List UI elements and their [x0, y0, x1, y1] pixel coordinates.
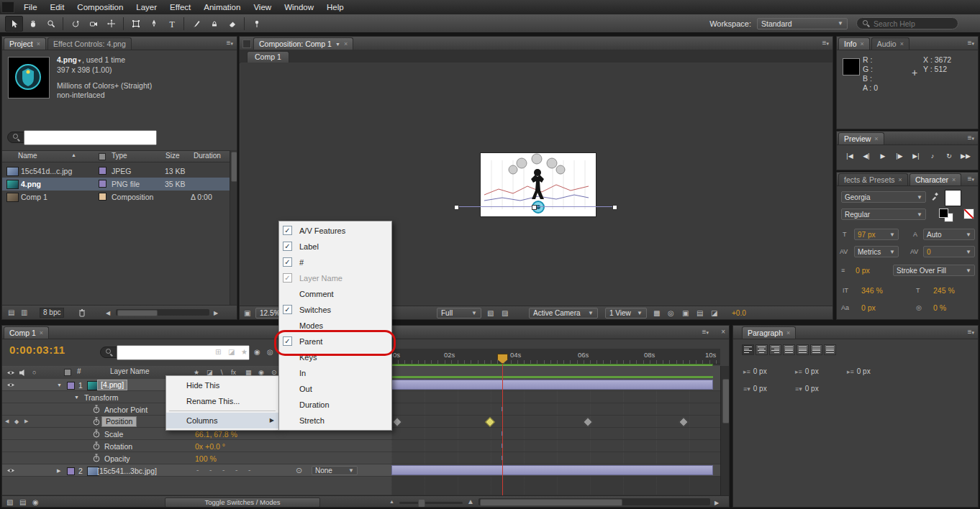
- current-time-indicator-line[interactable]: [502, 364, 503, 495]
- menu-layer[interactable]: Layer: [130, 0, 163, 14]
- property-value[interactable]: 66.1, 67.8 %: [195, 430, 237, 439]
- property-row[interactable]: Rotation0x +0.0 °: [2, 440, 391, 452]
- reset-exposure-icon[interactable]: ◪: [711, 309, 717, 318]
- eyedropper-icon[interactable]: [931, 192, 939, 201]
- expand-arrow-icon[interactable]: ▶: [57, 468, 60, 474]
- stroke-color-swatch[interactable]: [939, 208, 948, 218]
- menu-view[interactable]: View: [247, 0, 278, 14]
- project-panel-icon[interactable]: ▤: [8, 308, 14, 317]
- property-track[interactable]: [391, 403, 720, 416]
- clone-stamp-tool[interactable]: [206, 17, 222, 31]
- camera-dropdown[interactable]: Active Camera▼: [529, 308, 598, 318]
- menu-window[interactable]: Window: [278, 0, 320, 14]
- zoom-in-mountain-icon[interactable]: ▲: [467, 497, 474, 505]
- property-track[interactable]: [391, 452, 720, 464]
- vertical-scale-value[interactable]: 346 %: [861, 286, 883, 295]
- font-size-dropdown[interactable]: 97 px▼: [854, 229, 899, 240]
- space-before-value[interactable]: 0 px: [753, 385, 767, 393]
- project-table-header[interactable]: Name ▲ Type Size Duration: [2, 150, 230, 162]
- property-row[interactable]: Opacity100 %: [2, 452, 391, 464]
- indent-first-line-field[interactable]: ▸≡0 px: [795, 367, 819, 375]
- indent-left-value[interactable]: 0 px: [753, 367, 767, 375]
- motion-blur-icon[interactable]: ◎: [267, 348, 273, 357]
- leading-dropdown[interactable]: Auto▼: [923, 229, 975, 240]
- indent-right-value[interactable]: 0 px: [857, 367, 871, 375]
- trash-icon[interactable]: [78, 308, 86, 317]
- label-chip[interactable]: [67, 382, 75, 390]
- justify-last-right-button[interactable]: [810, 344, 822, 355]
- font-family-dropdown[interactable]: Georgia▼: [841, 191, 926, 203]
- new-folder-icon[interactable]: ▥: [21, 308, 27, 317]
- timeline-zoom-slider[interactable]: [399, 502, 463, 504]
- menu-animation[interactable]: Animation: [197, 0, 247, 14]
- stopwatch-icon[interactable]: [93, 454, 100, 463]
- space-after-value[interactable]: 0 px: [805, 385, 819, 393]
- panel-menu-icon[interactable]: ≡▾: [702, 329, 709, 336]
- submenu-item-label[interactable]: ✓Label: [279, 239, 391, 254]
- justify-all-button[interactable]: [824, 344, 836, 355]
- panel-menu-icon[interactable]: ≡▾: [968, 134, 974, 142]
- parent-pickwhip-icon[interactable]: ⊙: [296, 466, 302, 475]
- column-duration[interactable]: Duration: [194, 152, 221, 160]
- label-chip[interactable]: [99, 167, 106, 175]
- panel-menu-icon[interactable]: ≡▾: [968, 40, 974, 47]
- selection-handle[interactable]: [612, 205, 617, 210]
- property-value[interactable]: 100 %: [195, 454, 217, 463]
- table-row[interactable]: 15c541d...c.jpgJPEG13 KB: [2, 165, 230, 178]
- submenu-item-a-v-features[interactable]: ✓A/V Features: [279, 223, 391, 239]
- column-type[interactable]: Type: [112, 152, 127, 160]
- go-to-end-button[interactable]: ▶|: [909, 150, 923, 162]
- view-layout-dropdown[interactable]: 1 View▼: [605, 308, 647, 318]
- close-icon[interactable]: ×: [874, 136, 878, 142]
- scrollbar-thumb[interactable]: [117, 310, 158, 316]
- menu-item-columns[interactable]: Columns▶: [166, 413, 278, 428]
- stroke-width-value[interactable]: 0 px: [856, 266, 870, 275]
- tracking-dropdown[interactable]: 0▼: [923, 246, 975, 257]
- region-of-interest-icon[interactable]: ▧: [487, 309, 494, 318]
- previous-keyframe-icon[interactable]: ◀: [5, 418, 9, 424]
- menu-composition[interactable]: Composition: [71, 0, 130, 14]
- exposure-value[interactable]: +0.0: [732, 309, 746, 317]
- submenu-item-layer-name[interactable]: ✓Layer Name: [279, 270, 391, 286]
- close-icon[interactable]: ×: [344, 41, 348, 47]
- close-icon[interactable]: ×: [37, 41, 40, 47]
- expand-arrow-icon[interactable]: ▼: [74, 395, 79, 400]
- kerning-dropdown[interactable]: Metrics▼: [854, 246, 899, 257]
- mask-shape-tool[interactable]: [127, 17, 144, 31]
- justify-last-center-button[interactable]: [797, 344, 809, 355]
- toggle-switches-modes-button[interactable]: Toggle Switches / Modes: [165, 497, 320, 508]
- eye-icon[interactable]: [6, 382, 15, 388]
- chevron-down-icon[interactable]: ▼: [335, 39, 340, 50]
- indent-first-line-value[interactable]: 0 px: [805, 367, 819, 375]
- resolution-dropdown[interactable]: Full▼: [437, 308, 481, 318]
- submenu-item--[interactable]: ✓#: [279, 254, 391, 270]
- property-track[interactable]: [391, 416, 720, 428]
- switch-placeholder[interactable]: -: [222, 466, 224, 474]
- group-track[interactable]: [391, 391, 720, 403]
- menu-file[interactable]: File: [17, 0, 44, 14]
- close-icon[interactable]: ×: [899, 177, 902, 183]
- pixel-aspect-icon[interactable]: ▩: [653, 309, 660, 318]
- property-track[interactable]: [391, 440, 720, 452]
- chevron-down-icon[interactable]: ▼: [77, 58, 82, 63]
- property-label[interactable]: Position: [101, 416, 137, 427]
- submenu-item-out[interactable]: Out: [279, 381, 391, 397]
- menu-item-rename-this-[interactable]: Rename This...: [166, 393, 278, 409]
- tab-paragraph[interactable]: Paragraph×: [742, 326, 796, 339]
- menu-help[interactable]: Help: [320, 0, 350, 14]
- align-right-button[interactable]: [769, 344, 781, 355]
- help-search[interactable]: [856, 17, 958, 29]
- timeline-search[interactable]: [100, 347, 207, 358]
- switch-placeholder[interactable]: -: [209, 466, 212, 474]
- stopwatch-icon[interactable]: [93, 441, 100, 451]
- tab-effect-controls[interactable]: Effect Controls: 4.png: [47, 37, 132, 50]
- property-track[interactable]: [391, 428, 720, 440]
- scrollbar-thumb[interactable]: [722, 379, 730, 423]
- help-search-input[interactable]: [874, 19, 952, 28]
- switch-placeholder[interactable]: -: [235, 466, 237, 474]
- close-icon[interactable]: ×: [40, 330, 43, 336]
- selection-handle[interactable]: [454, 205, 459, 210]
- font-style-dropdown[interactable]: Regular▼: [841, 208, 926, 220]
- property-label[interactable]: Anchor Point: [104, 405, 148, 414]
- workspace-dropdown[interactable]: Standard ▼: [757, 18, 848, 29]
